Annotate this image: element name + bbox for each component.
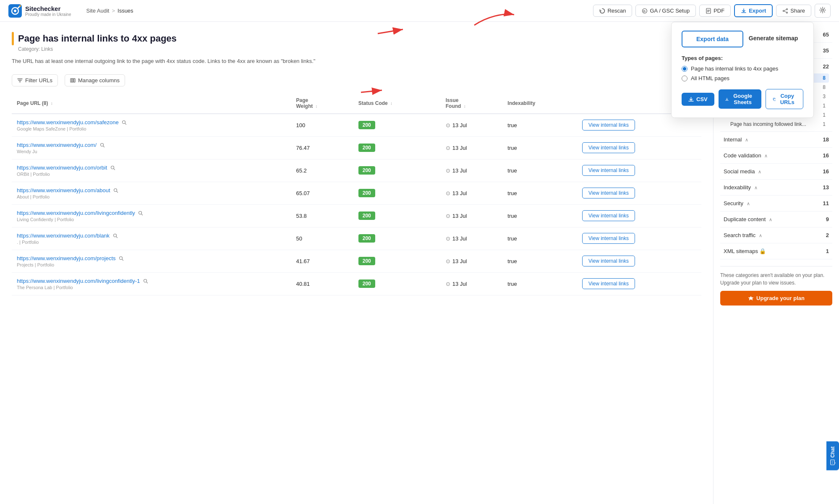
export-radio-html-input[interactable] [682, 76, 687, 81]
view-internal-links-button[interactable]: View internal links [582, 210, 635, 221]
sidebar-section-item[interactable]: Internal ∧ 18 [720, 133, 832, 146]
cell-action: View internal links [577, 182, 701, 204]
sidebar-item-label: Indexability ∧ [724, 184, 758, 191]
export-radio-html-label: All HTML pages [691, 75, 729, 81]
view-internal-links-button[interactable]: View internal links [582, 142, 635, 153]
table-row: https://www.wenxinwendyju.com/about Abou… [12, 182, 701, 204]
upgrade-button[interactable]: Upgrade your plan [720, 291, 832, 306]
export-button[interactable]: Export [734, 4, 773, 17]
breadcrumb-parent[interactable]: Site Audit [86, 8, 110, 14]
rescan-icon [599, 8, 605, 14]
export-radio-4xx[interactable]: Page has internal links to 4xx pages [682, 65, 803, 72]
sheets-download-icon [725, 97, 729, 102]
search-icon[interactable] [138, 211, 143, 216]
export-radio-4xx-label: Page has internal links to 4xx pages [691, 65, 778, 72]
logo: Sitechecker Proudly made in Ukraine [8, 4, 71, 18]
cell-status: 200 [353, 250, 441, 272]
url-link[interactable]: https://www.wenxinwendyju.com/orbit [17, 165, 107, 171]
sidebar-section-item[interactable]: Duplicate content ∧ 9 [720, 213, 832, 225]
sidebar-divider [720, 211, 832, 212]
nav-right: Rescan G GA / GSC Setup PDF Export [593, 4, 831, 18]
svg-line-27 [103, 146, 104, 147]
view-internal-links-button[interactable]: View internal links [582, 256, 635, 266]
chat-button[interactable]: Chat [826, 441, 839, 470]
sidebar-section-item[interactable]: Security ∧ 11 [720, 197, 832, 209]
ga-gsc-button[interactable]: G GA / GSC Setup [635, 5, 696, 17]
cell-url: https://www.wenxinwendyju.com/ Wendy Ju [12, 136, 291, 159]
chevron-icon: ∧ [764, 153, 768, 158]
sidebar-section-item[interactable]: Social media ∧ 16 [720, 165, 832, 178]
sidebar-section: Security ∧ 11 [720, 197, 832, 212]
search-icon[interactable] [113, 233, 118, 238]
table-row: https://www.wenxinwendyju.com/blank . | … [12, 227, 701, 250]
url-sub: Wendy Ju [17, 149, 286, 154]
filter-icon [17, 78, 23, 83]
sidebar-item-label: Code validation ∧ [724, 152, 768, 159]
sidebar-section-item[interactable]: Search traffic ∧ 2 [720, 229, 832, 241]
copy-urls-button[interactable]: Copy URLs [766, 89, 803, 109]
status-badge: 200 [358, 189, 375, 197]
url-link[interactable]: https://www.wenxinwendyju.com/livingconf… [17, 278, 140, 284]
sidebar-divider [720, 179, 832, 180]
search-icon[interactable] [100, 143, 105, 148]
copy-icon [773, 97, 776, 102]
sidebar-section-item[interactable]: Indexability ∧ 13 [720, 181, 832, 193]
view-internal-links-button[interactable]: View internal links [582, 278, 635, 289]
view-internal-links-button[interactable]: View internal links [582, 188, 635, 198]
sidebar-sub-item[interactable]: Page has incoming followed link... 1 [727, 120, 829, 129]
view-internal-links-button[interactable]: View internal links [582, 120, 635, 131]
url-link[interactable]: https://www.wenxinwendyju.com/about [17, 187, 110, 193]
url-link[interactable]: https://www.wenxinwendyju.com/livingconf… [17, 210, 135, 216]
status-badge: 200 [358, 144, 375, 152]
sidebar-sub-count: 8 [823, 84, 826, 90]
export-sheets-button[interactable]: Google Sheets [719, 89, 761, 109]
manage-columns-button[interactable]: Manage columns [65, 74, 125, 86]
share-button[interactable]: Share [776, 5, 811, 17]
export-radio-4xx-input[interactable] [682, 66, 687, 72]
view-internal-links-button[interactable]: View internal links [582, 165, 635, 176]
export-types-label: Types of pages: [682, 55, 803, 61]
search-icon[interactable] [122, 120, 127, 125]
sidebar-section-item[interactable]: XML sitemaps 🔒 1 [720, 245, 832, 257]
url-link[interactable]: https://www.wenxinwendyju.com/projects [17, 255, 116, 261]
logo-text: Sitechecker Proudly made in Ukraine [25, 5, 71, 17]
sort-icon-url: ↕ [51, 101, 53, 106]
filter-urls-button[interactable]: Filter URLs [12, 74, 58, 86]
cell-status: 200 [353, 227, 441, 250]
cell-url: https://www.wenxinwendyju.com/livingconf… [12, 272, 291, 295]
sidebar-sub-count: 1 [823, 103, 826, 109]
svg-point-4 [19, 5, 21, 7]
sort-icon-weight: ↕ [316, 104, 318, 109]
svg-line-31 [117, 191, 118, 193]
cell-action: View internal links [577, 204, 701, 227]
col-url: Page URL (8) ↕ [12, 93, 291, 114]
url-link[interactable]: https://www.wenxinwendyju.com/ [17, 142, 97, 148]
sidebar-section-item[interactable]: Code validation ∧ 16 [720, 149, 832, 162]
search-icon[interactable] [143, 279, 148, 284]
title-bar-accent [12, 32, 14, 45]
search-icon[interactable] [113, 188, 118, 193]
search-icon[interactable] [119, 256, 124, 261]
export-panel: Export data Generate sitemap Types of pa… [671, 22, 814, 118]
date-icon: ⊙ [446, 122, 450, 128]
col-issue: IssueFound ↕ [441, 93, 503, 114]
view-internal-links-button[interactable]: View internal links [582, 233, 635, 244]
pdf-button[interactable]: PDF [699, 5, 731, 17]
export-radio-html[interactable]: All HTML pages [682, 75, 803, 81]
settings-button[interactable] [815, 4, 831, 18]
table-row: https://www.wenxinwendyju.com/ Wendy Ju … [12, 136, 701, 159]
sidebar-section: Internal ∧ 18 [720, 133, 832, 148]
generate-sitemap-tab[interactable]: Generate sitemap [743, 31, 803, 47]
cell-indexability: true [502, 227, 577, 250]
cell-weight: 65.07 [291, 182, 353, 204]
cell-date: ⊙ 13 Jul [441, 204, 503, 227]
rescan-button[interactable]: Rescan [593, 5, 632, 17]
svg-line-33 [141, 214, 143, 215]
export-data-tab[interactable]: Export data [682, 31, 743, 47]
search-icon[interactable] [110, 165, 115, 170]
url-link[interactable]: https://www.wenxinwendyju.com/blank [17, 232, 110, 239]
export-csv-button[interactable]: CSV [682, 93, 714, 106]
svg-line-25 [125, 123, 126, 125]
sidebar-divider [720, 163, 832, 164]
url-link[interactable]: https://www.wenxinwendyju.com/safezone [17, 119, 119, 125]
